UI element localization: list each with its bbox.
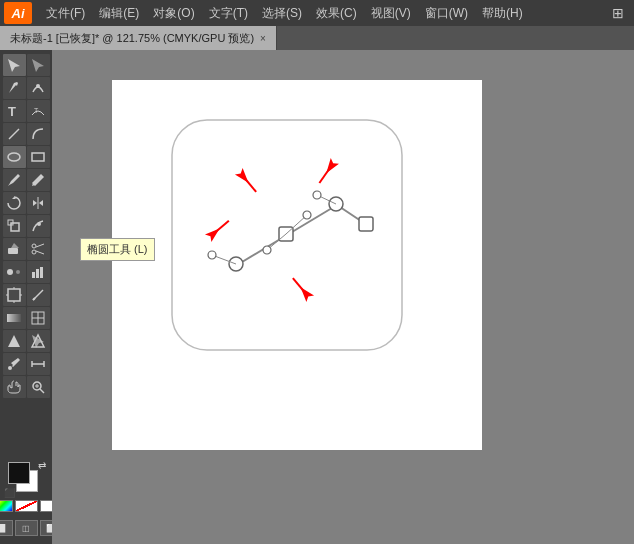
selection-tool[interactable] (3, 54, 26, 76)
type-tool[interactable]: T (3, 100, 26, 122)
shape-tool-row (3, 146, 50, 168)
app-logo: Ai (4, 2, 32, 24)
reshape-tool[interactable] (27, 215, 50, 237)
line-tool-row (3, 123, 50, 145)
artboard-tool-row (3, 284, 50, 306)
arc-tool[interactable] (27, 123, 50, 145)
svg-point-54 (313, 191, 321, 199)
svg-rect-27 (7, 314, 21, 322)
svg-rect-19 (40, 267, 43, 278)
svg-point-0 (36, 84, 40, 88)
menu-object[interactable]: 对象(O) (147, 3, 200, 24)
svg-line-13 (36, 244, 44, 247)
menu-select[interactable]: 选择(S) (256, 3, 308, 24)
menu-view[interactable]: 视图(V) (365, 3, 417, 24)
swap-colors-icon[interactable]: ⇄ (38, 460, 46, 471)
svg-point-31 (8, 366, 12, 370)
ellipse-tool[interactable] (3, 146, 26, 168)
gradient-tool[interactable] (3, 307, 26, 329)
line-tool[interactable] (3, 123, 26, 145)
svg-rect-10 (8, 248, 18, 254)
document-tab[interactable]: 未标题-1 [已恢复]* @ 121.75% (CMYK/GPU 预览) × (0, 26, 277, 50)
svg-point-16 (16, 270, 20, 274)
measure-tool-2[interactable] (27, 353, 50, 375)
direct-selection-tool[interactable] (27, 54, 50, 76)
menu-edit[interactable]: 编辑(E) (93, 3, 145, 24)
svg-rect-5 (32, 153, 44, 161)
default-colors-icon[interactable]: ⬛ (4, 488, 15, 498)
live-paint-tool-row (3, 330, 50, 352)
eraser-tool-row (3, 238, 50, 260)
pencil-tool[interactable] (27, 169, 50, 191)
svg-line-36 (40, 389, 44, 393)
measure-tool[interactable] (27, 284, 50, 306)
curvature-tool[interactable] (27, 77, 50, 99)
svg-point-11 (32, 244, 36, 248)
svg-line-3 (9, 129, 19, 139)
hand-tool[interactable] (3, 376, 26, 398)
svg-rect-7 (11, 223, 19, 231)
type-on-path-tool[interactable]: T (27, 100, 50, 122)
blend-tool[interactable] (3, 261, 26, 283)
mesh-tool[interactable] (27, 307, 50, 329)
canvas-surface (112, 80, 482, 450)
pen-tool[interactable] (3, 77, 26, 99)
svg-rect-46 (359, 217, 373, 231)
workspace-switcher-icon[interactable]: ⊞ (606, 3, 630, 23)
toolbar: T T (0, 50, 52, 544)
brush-tool-row (3, 169, 50, 191)
menu-bar-right: ⊞ (606, 3, 630, 23)
transform-tool-row (3, 192, 50, 214)
tab-bar: 未标题-1 [已恢复]* @ 121.75% (CMYK/GPU 预览) × (0, 26, 634, 50)
menu-text[interactable]: 文字(T) (203, 3, 254, 24)
eyedropper-tool[interactable] (3, 353, 26, 375)
svg-text:T: T (34, 107, 39, 114)
svg-rect-17 (32, 272, 35, 278)
paintbrush-tool[interactable] (3, 169, 26, 191)
svg-point-15 (7, 269, 13, 275)
scale-tool-row (3, 215, 50, 237)
artwork-svg (112, 80, 482, 450)
svg-point-52 (303, 211, 311, 219)
svg-point-9 (37, 222, 41, 226)
rotate-tool[interactable] (3, 192, 26, 214)
live-paint-selection-tool[interactable] (27, 330, 50, 352)
blend-tool-row (3, 261, 50, 283)
menu-effects[interactable]: 效果(C) (310, 3, 363, 24)
pen-tool-row (3, 77, 50, 99)
svg-rect-20 (8, 289, 20, 301)
eyedropper-tool-row (3, 353, 50, 375)
svg-line-26 (33, 298, 35, 300)
color-mode-button[interactable] (0, 500, 13, 512)
column-graph-tool[interactable] (27, 261, 50, 283)
scissors-tool[interactable] (27, 238, 50, 260)
tab-close-button[interactable]: × (260, 33, 266, 44)
canvas-area[interactable]: 椭圆工具 (L) (52, 50, 634, 544)
svg-point-12 (32, 250, 36, 254)
foreground-color-swatch[interactable] (8, 462, 30, 484)
rectangle-tool[interactable] (27, 146, 50, 168)
selection-tool-row (3, 54, 50, 76)
menu-help[interactable]: 帮助(H) (476, 3, 529, 24)
color-swatches: ⇄ ⬛ (8, 462, 44, 496)
artboard-tool[interactable] (3, 284, 26, 306)
menu-file[interactable]: 文件(F) (40, 3, 91, 24)
type-tool-row: T T (3, 100, 50, 122)
svg-point-53 (263, 246, 271, 254)
draw-inside-button[interactable]: ◫ (15, 520, 38, 536)
svg-line-14 (36, 251, 44, 254)
svg-text:T: T (8, 104, 16, 119)
hand-zoom-tool-row (3, 376, 50, 398)
draw-normal-button[interactable]: ⬜ (0, 520, 13, 536)
live-paint-tool[interactable] (3, 330, 26, 352)
menu-window[interactable]: 窗口(W) (419, 3, 474, 24)
svg-point-4 (8, 153, 20, 161)
scale-tool[interactable] (3, 215, 26, 237)
zoom-tool[interactable] (27, 376, 50, 398)
reflect-tool[interactable] (27, 192, 50, 214)
eraser-tool[interactable] (3, 238, 26, 260)
tab-label: 未标题-1 [已恢复]* @ 121.75% (CMYK/GPU 预览) (10, 31, 254, 46)
no-color-button[interactable] (15, 500, 38, 512)
main-layout: T T (0, 50, 634, 544)
gradient-tool-row (3, 307, 50, 329)
